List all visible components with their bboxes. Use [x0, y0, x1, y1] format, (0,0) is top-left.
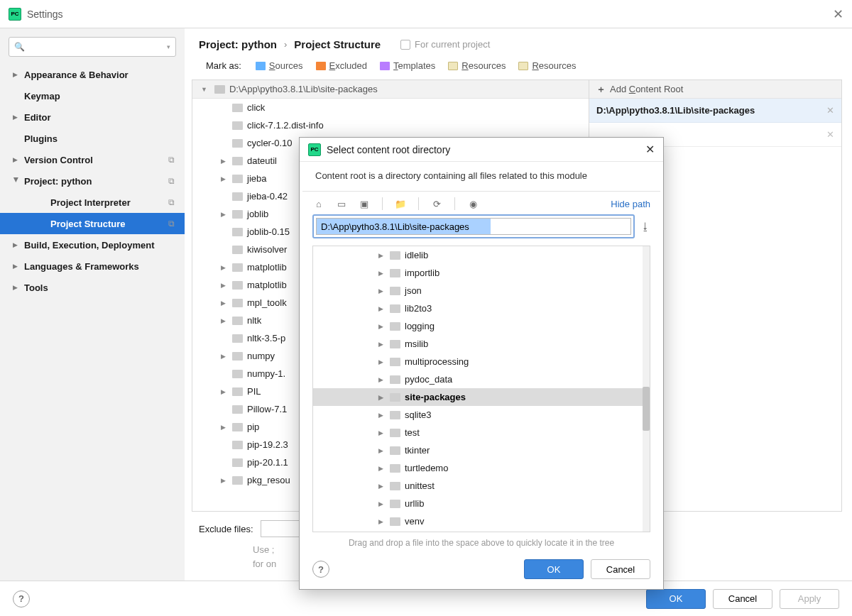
sidebar-item[interactable]: ▶Tools — [0, 277, 185, 298]
chooser-row[interactable]: ▶site-packages — [313, 388, 650, 406]
path-input-wrap[interactable] — [312, 214, 635, 238]
chevron-right-icon[interactable]: ▶ — [378, 500, 386, 507]
chevron-right-icon[interactable]: ▶ — [221, 424, 228, 431]
chevron-right-icon[interactable]: ▶ — [378, 270, 386, 277]
history-dropdown-icon[interactable]: ⭳ — [640, 221, 650, 232]
chooser-row[interactable]: ▶test — [313, 424, 650, 441]
chevron-right-icon[interactable]: ▶ — [378, 341, 386, 348]
sidebar-item[interactable]: Plugins — [0, 128, 185, 149]
chevron-right-icon[interactable]: ▶ — [378, 447, 386, 454]
chevron-icon[interactable]: ▶ — [13, 71, 20, 78]
chevron-down-icon[interactable]: ▼ — [201, 86, 207, 93]
dialog-titlebar[interactable]: PC Select content root directory ✕ — [300, 138, 663, 162]
tree-root-row[interactable]: ▼ D:\App\pytho3.8.1\Lib\site-packages — [192, 80, 589, 99]
chevron-icon[interactable]: ▶ — [13, 156, 20, 163]
chevron-icon[interactable]: ▶ — [13, 241, 20, 248]
chooser-row[interactable]: ▶ — [313, 530, 650, 532]
chevron-right-icon[interactable]: ▶ — [378, 287, 386, 295]
chooser-row[interactable]: ▶logging — [313, 317, 650, 335]
hide-path-link[interactable]: Hide path — [611, 199, 650, 209]
mark-as-sources[interactable]: Sources — [256, 60, 303, 71]
chevron-right-icon[interactable]: ▶ — [221, 299, 228, 307]
chooser-row[interactable]: ▶sqlite3 — [313, 406, 650, 424]
chooser-row[interactable]: ▶pydoc_data — [313, 370, 650, 388]
apply-button[interactable]: Apply — [780, 589, 839, 609]
chooser-row[interactable]: ▶idlelib — [313, 246, 650, 264]
mark-as-excluded[interactable]: Excluded — [316, 60, 367, 71]
project-icon[interactable]: ▣ — [358, 198, 371, 209]
ok-button[interactable]: OK — [646, 589, 706, 609]
chevron-right-icon[interactable]: ▶ — [221, 477, 228, 484]
search-input[interactable] — [9, 37, 176, 57]
cancel-button[interactable]: Cancel — [591, 559, 650, 579]
chevron-right-icon[interactable]: ▶ — [378, 358, 386, 365]
chevron-right-icon[interactable]: ▶ — [221, 211, 228, 218]
tree-row[interactable]: ▶click-7.1.2.dist-info — [192, 116, 589, 134]
chevron-right-icon[interactable]: ▶ — [221, 317, 228, 324]
chevron-right-icon[interactable]: ▶ — [378, 429, 386, 436]
chevron-right-icon[interactable]: ▶ — [221, 282, 228, 289]
show-hidden-icon[interactable]: ◉ — [466, 198, 479, 209]
sidebar-item[interactable]: Project Structure⧉ — [0, 213, 185, 234]
chevron-right-icon[interactable]: ▶ — [378, 518, 386, 525]
sidebar-item[interactable]: ▶Appearance & Behavior — [0, 64, 185, 85]
chevron-right-icon[interactable]: ▶ — [378, 323, 386, 330]
tree-row[interactable]: ▶click — [192, 99, 589, 116]
chooser-row[interactable]: ▶msilib — [313, 335, 650, 353]
mark-as-res[interactable]: Resources — [448, 60, 506, 71]
chevron-down-icon[interactable]: ▾ — [167, 43, 170, 50]
chevron-right-icon[interactable]: ▶ — [221, 353, 228, 360]
chooser-row[interactable]: ▶json — [313, 282, 650, 299]
chooser-row[interactable]: ▶venv — [313, 512, 650, 530]
add-content-root-button[interactable]: ＋ Add Content Root — [589, 80, 841, 99]
chevron-right-icon[interactable]: ▶ — [221, 264, 228, 271]
close-icon[interactable]: ✕ — [833, 6, 843, 22]
chevron-icon[interactable]: ▶ — [13, 284, 20, 291]
chooser-row[interactable]: ▶urllib — [313, 495, 650, 512]
chooser-row[interactable]: ▶lib2to3 — [313, 299, 650, 317]
remove-root-icon[interactable]: ✕ — [826, 105, 834, 116]
chevron-right-icon[interactable]: ▶ — [378, 252, 386, 259]
close-icon[interactable]: ✕ — [645, 143, 655, 156]
content-root-item[interactable]: D:\App\pytho3.8.1\Lib\site-packages ✕ — [589, 99, 841, 123]
directory-chooser-tree[interactable]: ▶idlelib▶importlib▶json▶lib2to3▶logging▶… — [312, 246, 650, 532]
scrollbar-thumb[interactable] — [643, 387, 650, 431]
sidebar-item[interactable]: ▶Editor — [0, 106, 185, 128]
chevron-icon[interactable]: ▶ — [13, 177, 20, 185]
chevron-right-icon[interactable]: ▶ — [378, 483, 386, 490]
help-icon[interactable]: ? — [312, 561, 329, 578]
chooser-row[interactable]: ▶tkinter — [313, 441, 650, 459]
chevron-right-icon[interactable]: ▶ — [378, 305, 386, 312]
chooser-row[interactable]: ▶multiprocessing — [313, 353, 650, 370]
sidebar-item[interactable]: ▶Languages & Frameworks — [0, 255, 185, 277]
sidebar-item[interactable]: ▶Project: python⧉ — [0, 170, 185, 192]
chevron-icon[interactable]: ▶ — [13, 114, 20, 121]
chevron-right-icon[interactable]: ▶ — [221, 388, 228, 395]
chevron-right-icon[interactable]: ▶ — [378, 376, 386, 383]
sidebar-item[interactable]: Keymap — [0, 85, 185, 106]
home-icon[interactable]: ⌂ — [312, 198, 325, 209]
mark-as-templates[interactable]: Templates — [380, 60, 435, 71]
settings-search[interactable]: 🔍 ▾ — [9, 37, 176, 57]
chevron-right-icon[interactable]: ▶ — [378, 394, 386, 401]
new-folder-icon[interactable]: 📁 — [394, 198, 407, 209]
chevron-right-icon[interactable]: ▶ — [378, 412, 386, 419]
ok-button[interactable]: OK — [524, 559, 584, 579]
refresh-icon[interactable]: ⟳ — [430, 198, 443, 209]
mark-as-res2[interactable]: Resources — [518, 60, 576, 71]
chevron-right-icon[interactable]: ▶ — [378, 465, 386, 472]
sidebar-item[interactable]: ▶Version Control⧉ — [0, 149, 185, 170]
chevron-right-icon[interactable]: ▶ — [221, 175, 228, 182]
chooser-row[interactable]: ▶unittest — [313, 477, 650, 495]
exclude-files-input[interactable] — [261, 520, 303, 537]
chooser-row[interactable]: ▶importlib — [313, 264, 650, 282]
path-input[interactable] — [316, 218, 631, 235]
chevron-right-icon[interactable]: ▶ — [221, 158, 228, 165]
cancel-button[interactable]: Cancel — [713, 589, 772, 609]
sidebar-item[interactable]: ▶Build, Execution, Deployment — [0, 234, 185, 255]
help-icon[interactable]: ? — [13, 590, 30, 607]
chooser-row[interactable]: ▶turtledemo — [313, 459, 650, 477]
chevron-icon[interactable]: ▶ — [13, 263, 20, 270]
sidebar-item[interactable]: Project Interpreter⧉ — [0, 192, 185, 213]
desktop-icon[interactable]: ▭ — [335, 198, 348, 209]
